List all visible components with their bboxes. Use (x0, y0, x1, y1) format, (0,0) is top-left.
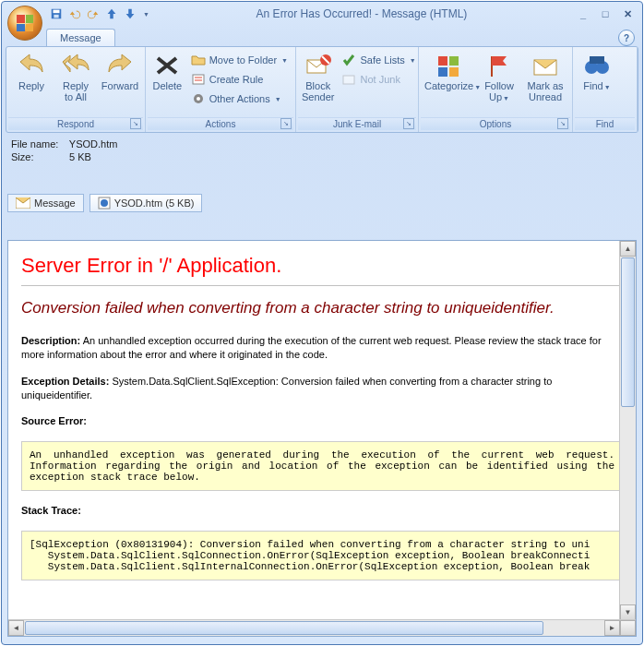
other-actions-button[interactable]: Other Actions▼ (187, 90, 292, 108)
attach-tab-file[interactable]: YSOD.htm (5 KB) (89, 194, 203, 212)
message-body-pane: Server Error in '/' Application. Convers… (7, 240, 637, 637)
office-button[interactable] (7, 6, 42, 41)
svg-point-19 (101, 199, 108, 207)
respond-launcher[interactable]: ↘ (130, 118, 141, 129)
find-button[interactable]: Find▼ (577, 51, 617, 93)
scroll-left-button[interactable]: ◄ (8, 620, 24, 636)
group-find-label: Find (596, 119, 614, 129)
group-respond-label: Respond (57, 119, 94, 129)
options-launcher[interactable]: ↘ (557, 118, 568, 129)
scroll-up-button[interactable]: ▲ (620, 241, 636, 257)
scroll-thumb-h[interactable] (25, 621, 543, 635)
ribbon: Reply Reply to All Forward Respond↘ Dele… (6, 46, 638, 133)
rule-icon (191, 72, 206, 87)
reply-all-button[interactable]: Reply to All (54, 51, 97, 104)
info-size: 5 KB (69, 151, 91, 162)
envelope-icon (16, 197, 30, 209)
binoculars-icon (582, 53, 612, 78)
flag-icon (484, 53, 514, 78)
group-junk-label: Junk E-mail (333, 119, 381, 129)
not-junk-icon (341, 72, 356, 87)
reply-icon (17, 53, 46, 78)
scroll-corner (620, 620, 636, 636)
titlebar: ▼ An Error Has Occurred! - Message (HTML… (2, 2, 642, 26)
block-sender-button[interactable]: Block Sender (300, 51, 336, 104)
forward-button[interactable]: Forward (99, 51, 141, 93)
svg-point-5 (197, 97, 200, 101)
next-item-icon[interactable] (124, 7, 137, 20)
ysod-exception-details: Exception Details: System.Data.SqlClient… (21, 375, 623, 402)
delete-icon (152, 53, 182, 78)
forward-icon (105, 53, 135, 78)
scroll-right-button[interactable]: ► (604, 620, 620, 636)
prev-item-icon[interactable] (105, 7, 118, 20)
vertical-scrollbar[interactable]: ▲ ▼ (619, 241, 636, 620)
minimize-button[interactable]: _ (574, 7, 592, 20)
follow-up-button[interactable]: Follow Up▼ (478, 51, 520, 104)
reply-all-icon (61, 53, 90, 78)
undo-icon[interactable] (68, 7, 81, 20)
svg-rect-11 (438, 67, 447, 77)
horizontal-scrollbar[interactable]: ◄ ► (8, 619, 636, 636)
not-junk-button: Not Junk (338, 70, 419, 89)
ysod-subtitle: Conversion failed when converting from a… (21, 299, 623, 317)
folder-icon (191, 53, 206, 67)
info-filename: YSOD.htm (69, 138, 118, 150)
group-options-label: Options (480, 119, 511, 129)
junk-launcher[interactable]: ↘ (403, 118, 414, 129)
actions-launcher[interactable]: ↘ (280, 118, 292, 129)
ysod-title: Server Error in '/' Application. (21, 254, 623, 278)
ysod-stack-trace-box: [SqlException (0x80131904): Conversion f… (21, 531, 623, 580)
help-button[interactable]: ? (618, 30, 635, 46)
svg-rect-3 (193, 75, 204, 84)
attachment-info: File name: YSOD.htm Size: 5 KB (2, 133, 642, 170)
ysod-source-error-label: Source Error: (21, 414, 623, 428)
maximize-button[interactable]: □ (596, 7, 614, 20)
svg-rect-16 (590, 56, 604, 64)
block-icon (304, 53, 333, 78)
svg-rect-12 (449, 67, 459, 77)
save-icon[interactable] (50, 7, 63, 20)
safe-lists-button[interactable]: Safe Lists▼ (338, 51, 419, 69)
html-file-icon (98, 197, 111, 209)
scroll-down-button[interactable]: ▼ (620, 604, 636, 620)
mark-unread-button[interactable]: Mark as Unread (522, 51, 568, 104)
ysod-stack-trace-label: Stack Trace: (21, 504, 623, 518)
unread-icon (531, 53, 560, 78)
check-icon (341, 53, 356, 67)
group-actions-label: Actions (206, 119, 236, 129)
categorize-button[interactable]: Categorize▼ (423, 51, 476, 93)
attach-tab-message[interactable]: Message (7, 194, 84, 212)
categorize-icon (435, 53, 464, 78)
svg-rect-1 (54, 10, 60, 14)
svg-rect-10 (449, 56, 459, 66)
svg-rect-9 (438, 56, 447, 66)
gear-icon (191, 91, 206, 106)
ysod-source-error-box: An unhandled exception was generated dur… (21, 441, 623, 491)
scroll-thumb-v[interactable] (621, 257, 635, 407)
close-button[interactable]: ✕ (618, 7, 637, 20)
quick-access-toolbar: ▼ (50, 7, 149, 20)
ysod-description: Description: An unhandled exception occu… (21, 334, 623, 362)
window-title: An Error Has Occurred! - Message (HTML) (149, 7, 574, 20)
delete-button[interactable]: Delete (149, 51, 185, 93)
svg-rect-2 (54, 15, 58, 18)
tab-message[interactable]: Message (46, 29, 115, 46)
create-rule-button[interactable]: Create Rule (187, 70, 292, 89)
qat-more-icon[interactable]: ▼ (143, 11, 149, 18)
reply-button[interactable]: Reply (10, 51, 53, 93)
redo-icon[interactable] (87, 7, 100, 20)
svg-rect-8 (343, 76, 354, 84)
move-to-folder-button[interactable]: Move to Folder▼ (187, 51, 292, 69)
